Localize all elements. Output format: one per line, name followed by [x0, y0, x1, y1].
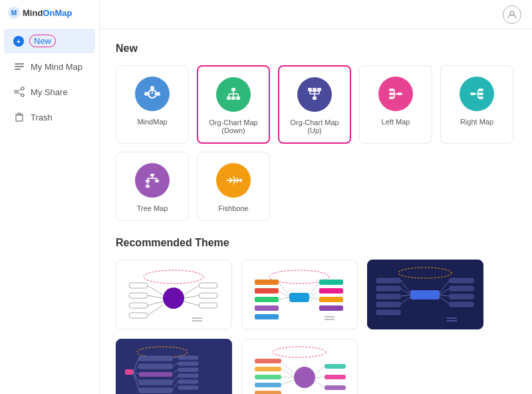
top-bar [100, 0, 532, 29]
map-card-mindmap[interactable]: MindMap [116, 65, 189, 144]
logo: M MindOnMap [0, 0, 99, 28]
svg-line-165 [281, 380, 294, 385]
sidebar-item-my-share-label: My Share [31, 87, 68, 97]
svg-rect-56 [146, 180, 150, 182]
svg-rect-120 [450, 278, 473, 283]
svg-rect-102 [319, 297, 343, 302]
svg-rect-25 [231, 97, 235, 100]
svg-line-78 [148, 286, 163, 295]
sidebar-item-trash[interactable]: Trash [4, 105, 95, 129]
sidebar-item-my-mind-map[interactable]: My Mind Map [4, 55, 95, 79]
svg-rect-50 [478, 89, 483, 91]
svg-point-18 [156, 92, 160, 96]
svg-rect-157 [255, 359, 281, 363]
svg-line-104 [309, 282, 319, 296]
map-card-tree-map[interactable]: Tree Map [116, 152, 189, 221]
svg-rect-74 [129, 283, 148, 288]
svg-rect-57 [155, 180, 159, 182]
svg-line-86 [184, 296, 199, 298]
theme-card-1[interactable] [116, 260, 232, 329]
svg-rect-26 [236, 97, 240, 100]
svg-line-80 [148, 301, 163, 305]
svg-point-19 [144, 92, 148, 96]
org-up-label: Org-Chart Map (Up) [286, 118, 343, 134]
svg-rect-101 [319, 288, 343, 294]
svg-line-116 [400, 280, 410, 293]
svg-line-106 [309, 297, 319, 299]
user-avatar[interactable] [503, 5, 521, 24]
svg-rect-42 [397, 93, 402, 95]
svg-rect-77 [129, 313, 148, 318]
svg-rect-83 [199, 293, 217, 298]
svg-line-85 [184, 286, 199, 295]
svg-rect-2 [15, 63, 24, 65]
svg-rect-4 [15, 69, 21, 70]
org-up-icon [297, 77, 332, 112]
map-card-fishbone[interactable]: Fishbone [197, 152, 270, 221]
svg-rect-24 [227, 97, 231, 100]
svg-rect-49 [470, 93, 475, 95]
svg-point-7 [21, 94, 24, 97]
theme-card-3[interactable] [367, 260, 483, 329]
map-card-org-up[interactable]: Org-Chart Map (Up) [278, 65, 351, 144]
svg-rect-35 [313, 97, 317, 100]
right-map-label: Right Map [460, 118, 493, 126]
theme-grid [116, 260, 516, 394]
svg-rect-44 [389, 93, 394, 95]
map-card-left-map[interactable]: Left Map [359, 65, 432, 144]
svg-rect-159 [255, 375, 281, 379]
svg-point-6 [15, 91, 17, 93]
svg-rect-145 [178, 374, 198, 377]
svg-line-126 [440, 295, 450, 296]
svg-rect-45 [389, 97, 394, 99]
svg-point-72 [144, 270, 203, 284]
fishbone-icon [216, 163, 251, 198]
content-wrapper: New [100, 0, 532, 394]
svg-line-151 [172, 375, 178, 382]
svg-line-148 [172, 357, 178, 358]
svg-rect-147 [178, 386, 198, 389]
sidebar-item-new-label: New [29, 35, 56, 47]
svg-rect-167 [325, 375, 346, 379]
svg-rect-93 [255, 288, 279, 294]
svg-rect-144 [178, 368, 198, 371]
theme-card-5[interactable] [241, 339, 358, 394]
svg-rect-131 [125, 369, 133, 375]
sidebar-item-new[interactable]: + New [4, 29, 95, 53]
svg-rect-76 [129, 303, 148, 308]
svg-rect-158 [255, 367, 281, 371]
svg-line-150 [172, 369, 178, 374]
svg-rect-132 [139, 356, 172, 361]
theme-card-4[interactable] [116, 339, 232, 394]
svg-line-99 [279, 297, 289, 299]
theme-card-2[interactable] [241, 260, 358, 329]
org-down-label: Org-Chart Map (Down) [205, 118, 262, 134]
tree-map-label: Tree Map [137, 204, 168, 212]
svg-marker-71 [240, 178, 243, 182]
svg-rect-160 [255, 383, 281, 387]
svg-rect-43 [389, 89, 394, 91]
svg-rect-111 [376, 278, 400, 283]
fishbone-label: Fishbone [218, 204, 248, 212]
svg-point-155 [273, 347, 326, 357]
svg-rect-133 [139, 364, 172, 369]
share-icon [13, 86, 25, 98]
svg-line-138 [133, 366, 139, 372]
svg-rect-92 [255, 280, 279, 285]
sidebar-item-my-share[interactable]: My Share [4, 80, 95, 104]
map-card-org-down[interactable]: Org-Chart Map (Down) [197, 65, 270, 144]
svg-line-170 [315, 377, 325, 378]
sidebar: M MindOnMap + New My Mind Map [0, 0, 100, 394]
svg-rect-113 [376, 294, 400, 299]
new-section-title: New [116, 43, 516, 55]
svg-rect-136 [139, 388, 172, 393]
map-icon [13, 61, 25, 73]
trash-icon [13, 111, 25, 123]
map-card-right-map[interactable]: Right Map [440, 65, 513, 144]
svg-line-124 [440, 280, 450, 293]
svg-rect-112 [376, 286, 400, 291]
map-cards-grid: MindMap [116, 65, 516, 221]
logo-text: MindOnMap [23, 8, 72, 18]
svg-rect-142 [178, 356, 198, 359]
svg-text:M: M [11, 9, 17, 17]
